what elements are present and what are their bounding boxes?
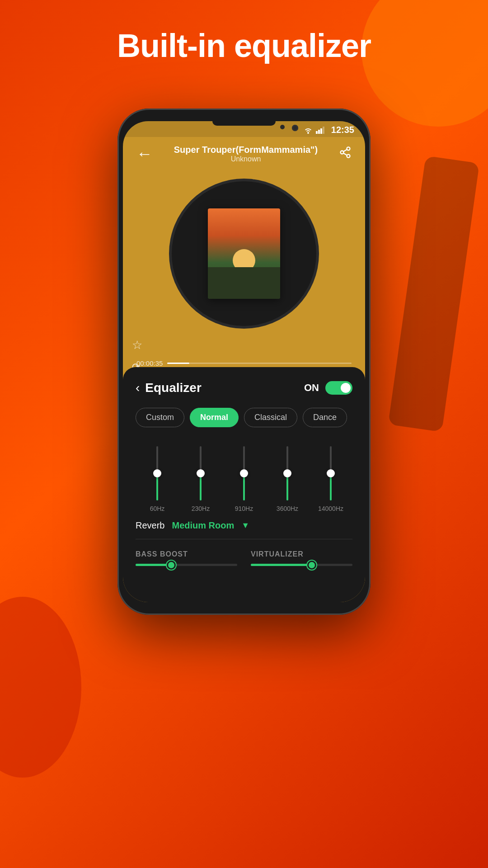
- progress-bar-container: 00:00:35: [136, 359, 352, 367]
- slider-fill-60hz: [156, 473, 158, 500]
- reverb-row: Reverb Medium Room ▼: [136, 520, 352, 539]
- progress-fill: [167, 363, 189, 364]
- eq-sliders: 60Hz 230Hz 910Hz: [136, 440, 352, 512]
- bass-boost-fill: [136, 564, 171, 566]
- svg-line-8: [343, 149, 347, 151]
- back-button[interactable]: ←: [136, 144, 153, 163]
- slider-track-3600hz[interactable]: [286, 446, 288, 500]
- eq-on-label: ON: [304, 382, 319, 394]
- svg-point-6: [347, 154, 350, 157]
- phone-frame: 12:35 ← Super Trouper(FormMammamia") Unk…: [117, 108, 371, 615]
- eq-slider-60hz: 60Hz: [136, 446, 179, 512]
- current-time: 00:00:35: [136, 359, 163, 367]
- virtualizer-fill: [251, 564, 312, 566]
- reverb-value[interactable]: Medium Room: [172, 520, 234, 531]
- bg-blob-bottom-left: [0, 597, 81, 778]
- svg-rect-3: [323, 127, 324, 134]
- share-button[interactable]: [339, 146, 352, 162]
- slider-fill-14000hz: [330, 473, 332, 500]
- slider-thumb-60hz[interactable]: [153, 469, 161, 477]
- slider-label-3600hz: 3600Hz: [277, 505, 298, 512]
- slider-label-14000hz: 14000Hz: [318, 505, 343, 512]
- svg-rect-0: [316, 131, 318, 134]
- preset-tab-normal[interactable]: Normal: [190, 408, 239, 427]
- eq-slider-910hz: 910Hz: [222, 446, 266, 512]
- eq-slider-230hz: 230Hz: [179, 446, 222, 512]
- song-title: Super Trouper(FormMammamia"): [174, 145, 318, 155]
- eq-back-title: ‹ Equalizer: [136, 381, 202, 395]
- virtualizer-track[interactable]: [251, 564, 352, 566]
- status-time: 12:35: [331, 125, 354, 135]
- slider-thumb-230hz[interactable]: [197, 469, 205, 477]
- progress-track[interactable]: [167, 363, 352, 364]
- eq-toggle-switch[interactable]: [325, 381, 352, 395]
- preset-tab-dance[interactable]: Dance: [303, 408, 347, 427]
- progress-area: 00:00:35: [136, 359, 352, 367]
- album-area: [123, 168, 365, 340]
- eq-header: ‹ Equalizer ON: [136, 381, 352, 395]
- virtualizer-thumb[interactable]: [307, 561, 316, 570]
- slider-track-230hz[interactable]: [200, 446, 202, 500]
- album-ground: [208, 267, 280, 299]
- bass-boost-label: BASS BOOST: [136, 550, 237, 558]
- svg-point-5: [341, 151, 344, 154]
- album-cover: [208, 208, 280, 299]
- virtualizer-label: VIRTUALIZER: [251, 550, 352, 558]
- svg-line-7: [343, 153, 347, 155]
- slider-thumb-3600hz[interactable]: [283, 469, 291, 477]
- phone-camera: [292, 125, 298, 131]
- eq-slider-3600hz: 3600Hz: [266, 446, 309, 512]
- slider-label-60hz: 60Hz: [150, 505, 165, 512]
- toggle-knob: [341, 383, 351, 393]
- slider-label-230hz: 230Hz: [192, 505, 210, 512]
- eq-toggle-area: ON: [304, 381, 352, 395]
- slider-label-910hz: 910Hz: [235, 505, 253, 512]
- bass-boost-thumb[interactable]: [167, 561, 176, 570]
- slider-thumb-910hz[interactable]: [240, 469, 248, 477]
- phone-camera-2: [280, 125, 285, 129]
- slider-fill-910hz: [243, 473, 245, 500]
- preset-tab-classical[interactable]: Classical: [244, 408, 297, 427]
- slider-track-14000hz[interactable]: [330, 446, 332, 500]
- signal-icon: [316, 127, 325, 134]
- bass-boost-col: BASS BOOST: [136, 550, 237, 566]
- boost-row: BASS BOOST VIRTUALIZER: [136, 550, 352, 566]
- status-icons: 12:35: [303, 125, 354, 135]
- reverb-label: Reverb: [136, 520, 164, 531]
- slider-fill-3600hz: [286, 473, 288, 500]
- reverb-dropdown-icon[interactable]: ▼: [241, 521, 249, 530]
- svg-rect-2: [320, 128, 322, 134]
- slider-track-910hz[interactable]: [243, 446, 245, 500]
- eq-slider-14000hz: 14000Hz: [309, 446, 352, 512]
- eq-back-button[interactable]: ‹: [136, 381, 140, 395]
- song-info: Super Trouper(FormMammamia") Unknown: [174, 145, 318, 163]
- phone-screen: 12:35 ← Super Trouper(FormMammamia") Unk…: [123, 121, 365, 602]
- bass-boost-track[interactable]: [136, 564, 237, 566]
- slider-track-60hz[interactable]: [156, 446, 158, 500]
- eq-title: Equalizer: [145, 381, 201, 395]
- slider-fill-230hz: [200, 473, 202, 500]
- preset-tabs: Custom Normal Classical Dance Flat: [136, 408, 352, 427]
- app-header: ← Super Trouper(FormMammamia") Unknown: [123, 137, 365, 168]
- song-artist: Unknown: [174, 155, 318, 163]
- svg-rect-1: [318, 130, 320, 134]
- phone-notch: [212, 121, 276, 126]
- equalizer-panel: ‹ Equalizer ON Custom Normal Classical D…: [123, 367, 365, 602]
- virtualizer-col: VIRTUALIZER: [251, 550, 352, 566]
- favorite-icon[interactable]: ☆: [132, 338, 142, 352]
- preset-tab-custom[interactable]: Custom: [136, 408, 184, 427]
- page-title: Built-in equalizer: [0, 27, 488, 64]
- phone-shadow-decoration: [388, 156, 479, 432]
- svg-point-4: [347, 147, 350, 150]
- slider-thumb-14000hz[interactable]: [327, 469, 335, 477]
- wifi-icon: [303, 127, 313, 134]
